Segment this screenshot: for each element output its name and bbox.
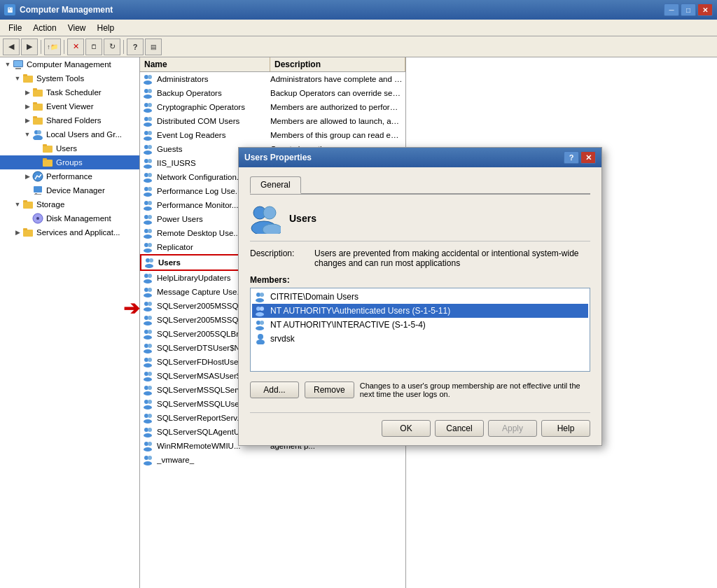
list-row[interactable]: _vmware_: [140, 453, 405, 467]
svg-point-75: [148, 288, 152, 292]
svg-rect-5: [23, 74, 27, 76]
tab-general[interactable]: General: [250, 176, 301, 194]
expand-icon[interactable]: ▼: [22, 130, 32, 139]
expand-icon[interactable]: ▶: [22, 102, 32, 111]
tree-item-local-users[interactable]: ▼ Local Users and Gr...: [0, 127, 139, 141]
members-list[interactable]: CITRITE\Domain Users NT AUTHORITY\Authen…: [250, 288, 590, 372]
props-button[interactable]: 🗒: [85, 38, 102, 55]
member-item-selected[interactable]: NT AUTHORITY\Authenticated Users (S-1-5-…: [252, 304, 588, 318]
member-item[interactable]: NT AUTHORITY\INTERACTIVE (S-1-5-4): [252, 318, 588, 332]
tree-icon-cm: [13, 59, 24, 70]
expand-icon[interactable]: ▼: [3, 59, 13, 69]
svg-point-103: [144, 419, 152, 424]
tree-label: Storage: [36, 200, 64, 209]
list-row[interactable]: Distributed COM Users Members are allowe…: [140, 114, 405, 128]
tree-item-system-tools[interactable]: ▼ System Tools: [0, 71, 139, 85]
window-controls: ─ □ ✕: [664, 4, 713, 16]
svg-point-57: [148, 201, 152, 205]
forward-button[interactable]: ▶: [21, 38, 38, 55]
tree-item-device-manager[interactable]: ▶ Device Manager: [0, 183, 139, 197]
group-icon: [143, 130, 154, 141]
svg-rect-7: [33, 88, 37, 90]
svg-point-66: [148, 243, 152, 247]
tree-item-computer-management[interactable]: ▼ Computer Management: [0, 57, 139, 71]
tree-label: Task Scheduler: [46, 88, 102, 97]
toolbar-sep2: [64, 40, 64, 54]
col-desc[interactable]: Description: [270, 57, 405, 71]
expand-icon[interactable]: ▶: [22, 172, 32, 181]
export-button[interactable]: ▤: [145, 38, 162, 55]
svg-point-51: [148, 173, 152, 177]
tree-item-storage[interactable]: ▼ Storage: [0, 197, 139, 211]
expand-icon[interactable]: ▶: [22, 88, 32, 97]
svg-point-121: [260, 307, 264, 311]
svg-point-94: [144, 377, 152, 382]
svg-point-126: [258, 334, 263, 340]
svg-rect-24: [23, 200, 27, 202]
svg-point-60: [148, 215, 152, 219]
delete-button[interactable]: ✕: [67, 38, 84, 55]
tree-item-event-viewer[interactable]: ▶ Event Viewer: [0, 99, 139, 113]
list-row[interactable]: Cryptographic Operators Members are auth…: [140, 100, 405, 114]
svg-point-67: [144, 248, 152, 253]
tree-item-disk-management[interactable]: ▶ Disk Management: [0, 211, 139, 225]
help-button[interactable]: Help: [541, 420, 590, 437]
dialog-title: Users Properties: [244, 153, 312, 162]
svg-point-79: [144, 307, 152, 312]
list-row[interactable]: Administrators Administrators have compl…: [140, 72, 405, 86]
apply-button[interactable]: Apply: [488, 420, 537, 437]
up-button[interactable]: ↑📁: [44, 38, 61, 55]
tree-item-services[interactable]: ▶ Services and Applicat...: [0, 225, 139, 239]
tree-item-users-folder[interactable]: ▶ Users: [0, 141, 139, 155]
notice-text: Changes to a user's group membership are…: [360, 382, 590, 398]
member-item[interactable]: srvdsk: [252, 332, 588, 346]
expand-icon[interactable]: ▶: [13, 227, 22, 237]
list-row[interactable]: Event Log Readers Members of this group …: [140, 128, 405, 142]
svg-point-106: [144, 433, 152, 438]
group-icon: [143, 300, 154, 312]
description-text: Users are prevented from making accident…: [314, 248, 590, 268]
col-name[interactable]: Name: [140, 57, 270, 71]
help-button[interactable]: ?: [127, 38, 144, 55]
menu-action[interactable]: Action: [27, 22, 62, 34]
expand-icon[interactable]: ▼: [13, 200, 22, 209]
svg-point-85: [144, 335, 152, 340]
ok-button[interactable]: OK: [382, 420, 431, 437]
add-remove-row: Add... Remove Changes to a user's group …: [250, 382, 590, 398]
dialog-close-button[interactable]: ✕: [580, 151, 596, 164]
svg-point-127: [256, 340, 265, 344]
svg-point-91: [144, 363, 152, 368]
refresh-button[interactable]: ↻: [104, 38, 120, 55]
svg-point-87: [148, 344, 152, 348]
expand-icon[interactable]: ▶: [22, 115, 32, 125]
menu-view[interactable]: View: [62, 22, 92, 34]
svg-point-70: [145, 264, 153, 268]
tree-item-groups-folder[interactable]: ▶ Groups: [0, 155, 139, 169]
menu-help[interactable]: Help: [92, 22, 120, 34]
toolbar-sep3: [123, 40, 124, 54]
svg-point-69: [149, 258, 153, 262]
menu-file[interactable]: File: [3, 22, 27, 34]
menu-bar: File Action View Help: [0, 20, 717, 36]
member-item[interactable]: CITRITE\Domain Users: [252, 290, 588, 304]
tree-item-shared-folders[interactable]: ▶ Shared Folders: [0, 113, 139, 127]
svg-point-37: [144, 108, 152, 113]
close-button[interactable]: ✕: [697, 4, 713, 16]
back-button[interactable]: ◀: [3, 38, 20, 55]
dialog-content: General Users: [239, 167, 601, 445]
tree-label: Disk Management: [46, 214, 111, 223]
list-row[interactable]: Backup Operators Backup Operators can ov…: [140, 86, 405, 100]
group-icon: [143, 214, 154, 225]
tree-item-performance[interactable]: ▶ Performance: [0, 169, 139, 183]
group-icon: [143, 158, 154, 169]
expand-icon[interactable]: ▼: [13, 74, 22, 83]
minimize-button[interactable]: ─: [664, 4, 679, 16]
cancel-button[interactable]: Cancel: [435, 420, 484, 437]
remove-button[interactable]: Remove: [305, 382, 354, 398]
add-button[interactable]: Add...: [250, 382, 299, 398]
svg-rect-9: [33, 102, 37, 104]
tree-item-task-scheduler[interactable]: ▶ Task Scheduler: [0, 85, 139, 99]
svg-point-96: [148, 386, 152, 390]
maximize-button[interactable]: □: [681, 4, 696, 16]
dialog-help-button[interactable]: ?: [564, 151, 579, 164]
